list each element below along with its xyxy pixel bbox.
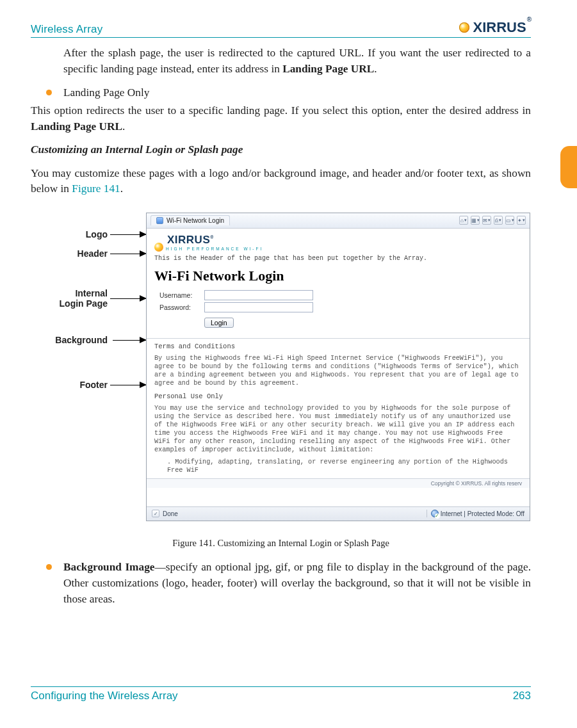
- favicon-icon: [156, 217, 163, 224]
- bullet-icon: [46, 90, 52, 95]
- page-logo-text: XIRRUS®: [167, 234, 263, 247]
- page-header-text: This is the Header of the page that has …: [147, 253, 530, 264]
- done-icon: ✓: [152, 510, 159, 517]
- section-body: You may customize these pages with a log…: [31, 166, 531, 197]
- brand-logo: XIRRUS®: [459, 19, 532, 36]
- bullet-content: Background Image—specify an optional jpg…: [63, 559, 531, 607]
- tools-menu-icon[interactable]: ✦: [517, 216, 526, 225]
- callout-footer: Footer: [31, 380, 108, 390]
- page-header: Wireless Array XIRRUS®: [31, 19, 531, 38]
- figure-141: Logo Header Internal Login Page Backgrou…: [31, 213, 531, 533]
- page-logo: XIRRUS® HIGH PERFORMANCE WI-FI: [154, 234, 522, 252]
- callout-background: Background: [31, 335, 108, 345]
- terms-heading: Terms and Conditions: [147, 339, 530, 354]
- figure-caption: Figure 141. Customizing an Internal Logi…: [31, 538, 531, 549]
- browser-window-mock: Wi-Fi Network Login ⌂ ▦ ✉ ⎙ ▭ ✦ XIRRUS: [146, 213, 530, 521]
- bullet-landing-page-only: Landing Page Only: [46, 85, 531, 101]
- login-button[interactable]: Login: [204, 318, 234, 328]
- callout-logo: Logo: [31, 229, 108, 239]
- browser-viewport: XIRRUS® HIGH PERFORMANCE WI-FI This is t…: [147, 229, 530, 506]
- logo-mark-icon: [459, 22, 469, 33]
- mail-icon[interactable]: ✉: [482, 216, 491, 225]
- bullet-icon: [46, 564, 52, 570]
- figure-cross-ref[interactable]: Figure 141: [72, 182, 120, 195]
- terms-list-item: . Modifying, adapting, translating, or r…: [147, 458, 530, 478]
- callout-header: Header: [31, 248, 108, 259]
- page-footer: Configuring the Wireless Array 263: [31, 686, 531, 702]
- arrow-icon: [110, 385, 146, 385]
- arrow-icon: [113, 340, 146, 341]
- bullet-title: Landing Page Only: [63, 85, 149, 101]
- intro-paragraph: After the splash page, the user is redir…: [63, 45, 531, 77]
- arrow-icon: [110, 234, 146, 235]
- browser-statusbar: ✓ Done Internet | Protected Mode: Off: [147, 506, 530, 521]
- callout-internal-login-2: Login Page: [31, 298, 108, 309]
- browser-toolbar: ⌂ ▦ ✉ ⎙ ▭ ✦: [459, 216, 526, 225]
- section-heading: Customizing an Internal Login or Splash …: [31, 142, 531, 158]
- password-label: Password:: [159, 303, 199, 311]
- page-copyright: Copyright © XIRRUS. All rights reserv: [147, 478, 530, 488]
- login-heading: Wi-Fi Network Login: [147, 264, 530, 286]
- bullet-background-image: Background Image—specify an optional jpg…: [46, 559, 531, 607]
- footer-section-title: Configuring the Wireless Array: [31, 690, 178, 702]
- login-form: Username: Password: Login: [147, 286, 530, 333]
- feed-icon[interactable]: ▦: [471, 216, 480, 225]
- print-icon[interactable]: ⎙: [494, 216, 503, 225]
- header-title: Wireless Array: [31, 23, 102, 36]
- home-icon[interactable]: ⌂: [459, 216, 468, 225]
- page-logo-tagline: HIGH PERFORMANCE WI-FI: [166, 247, 263, 252]
- page-number: 263: [513, 690, 531, 702]
- username-label: Username:: [159, 291, 199, 299]
- browser-tab[interactable]: Wi-Fi Network Login: [150, 215, 230, 225]
- security-zone-text: Internet | Protected Mode: Off: [441, 510, 524, 517]
- tab-title: Wi-Fi Network Login: [167, 217, 224, 224]
- terms-subheading: Personal Use Only: [147, 391, 530, 404]
- bullet-body: This option redirects the user to a spec…: [31, 103, 531, 134]
- section-tab: [560, 146, 577, 188]
- status-text: Done: [163, 510, 178, 517]
- arrow-icon: [110, 254, 146, 254]
- terms-paragraph-2: You may use the service and technology p…: [147, 404, 530, 458]
- page-menu-icon[interactable]: ▭: [505, 216, 514, 225]
- callout-internal-login-1: Internal: [31, 288, 108, 298]
- arrow-icon: [110, 298, 146, 299]
- figure-callouts: Logo Header Internal Login Page Backgrou…: [31, 213, 146, 533]
- globe-icon: [431, 510, 439, 517]
- browser-tabbar: Wi-Fi Network Login ⌂ ▦ ✉ ⎙ ▭ ✦: [147, 213, 530, 229]
- logo-mark-icon: [154, 243, 163, 252]
- username-input[interactable]: [204, 290, 313, 300]
- logo-text: XIRRUS®: [473, 19, 532, 36]
- password-input[interactable]: [204, 302, 313, 312]
- terms-paragraph-1: By using the Highwoods free Wi-Fi High S…: [147, 354, 530, 391]
